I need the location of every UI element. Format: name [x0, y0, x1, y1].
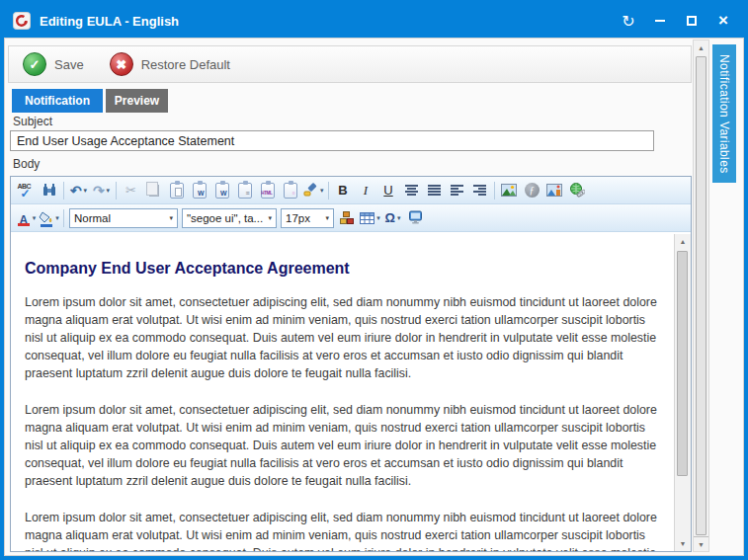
justify-icon: [427, 184, 442, 197]
paste-from-word-no-fonts-button[interactable]: W: [210, 180, 233, 201]
flash-icon: ƒ: [525, 183, 540, 198]
font-color-icon: A: [17, 210, 31, 226]
restore-default-button[interactable]: ✖ Restore Default: [110, 52, 230, 76]
table-caret-icon: ▾: [376, 214, 380, 222]
format-stripper-icon: [302, 183, 318, 198]
font-color-caret-icon: ▾: [33, 214, 37, 222]
minimize-icon[interactable]: [647, 9, 673, 33]
align-right-icon: [472, 184, 487, 197]
binoculars-icon: [42, 183, 57, 198]
image-icon: [501, 184, 517, 197]
flash-letter: ƒ: [530, 185, 535, 196]
paragraph-style-value: Normal: [74, 212, 111, 224]
font-color-button[interactable]: A ▾: [15, 207, 38, 229]
paste-html-button[interactable]: HTML: [256, 180, 279, 201]
paste-icon: [170, 183, 184, 199]
undo-button[interactable]: ↶ ▾: [67, 180, 90, 201]
paste-options-button[interactable]: ▫: [279, 180, 301, 201]
align-left-icon: [450, 184, 464, 197]
underline-icon: U: [383, 183, 392, 198]
redo-caret-icon: ▾: [107, 187, 111, 195]
format-stripper-button[interactable]: ▾: [301, 180, 325, 201]
subject-input[interactable]: [10, 130, 654, 151]
paste-options-icon: ▫: [284, 183, 297, 199]
content-paragraph: Lorem ipsum dolor sit amet, consectetuer…: [25, 509, 658, 551]
undo-caret-icon: ▾: [84, 187, 88, 195]
body-label: Body: [13, 157, 40, 171]
notification-variables-tab[interactable]: Notification Variables: [712, 44, 736, 183]
link-globe-icon: [569, 183, 585, 198]
insert-symbol-button[interactable]: Ω ▾: [381, 207, 404, 229]
editor-scrollbar-thumb[interactable]: [677, 251, 688, 476]
italic-icon: I: [364, 183, 368, 199]
editor-scrollbar[interactable]: ▲ ▼: [674, 234, 691, 551]
plain-text-lines: ≡: [245, 190, 249, 197]
paste-html-icon: HTML: [261, 183, 275, 199]
css-class-blocks-icon: [340, 211, 355, 225]
redo-icon: ↷: [93, 184, 105, 198]
paste-button[interactable]: [165, 180, 188, 201]
scroll-down-icon[interactable]: ▼: [675, 536, 691, 551]
paragraph-style-dropdown[interactable]: Normal ▾: [69, 208, 178, 228]
html-letters: HTML: [261, 190, 272, 197]
justify-button[interactable]: [423, 180, 446, 201]
underline-button[interactable]: U: [377, 180, 400, 201]
refresh-icon[interactable]: ↻: [616, 9, 641, 33]
align-center-icon: [404, 184, 419, 197]
toolbar-separator: [63, 182, 64, 200]
paste-plain-text-button[interactable]: ≡: [233, 180, 256, 201]
font-name-value: "segoe ui", ta...: [187, 212, 263, 224]
apply-css-class-button[interactable]: [336, 207, 359, 229]
image-manager-button[interactable]: [498, 180, 521, 201]
font-size-dropdown[interactable]: 17px ▾: [281, 208, 334, 228]
background-color-button[interactable]: ▾: [38, 207, 60, 229]
dialog-scroll-up-icon[interactable]: ▲: [694, 40, 708, 55]
background-color-bar: [41, 224, 52, 227]
dialog-scrollbar-thumb[interactable]: [696, 56, 706, 535]
scroll-up-icon[interactable]: ▲: [675, 234, 691, 249]
window-controls: ↻ ×: [616, 9, 736, 33]
paste-from-word-button[interactable]: W: [188, 180, 210, 201]
media-manager-button[interactable]: [543, 180, 566, 201]
tab-preview[interactable]: Preview: [106, 89, 168, 113]
dialog-scroll-down-icon[interactable]: ▼: [694, 536, 708, 551]
omega-icon: Ω: [385, 210, 395, 225]
document-manager-button[interactable]: [404, 207, 427, 229]
bold-icon: B: [338, 183, 347, 198]
tab-notification[interactable]: Notification: [12, 89, 103, 113]
hyperlink-manager-button[interactable]: [566, 180, 589, 201]
font-name-dropdown[interactable]: "segoe ui", ta... ▾: [182, 208, 277, 228]
scissors-icon: ✂: [125, 184, 136, 197]
redo-button[interactable]: ↷ ▾: [90, 180, 113, 201]
minimize-bar: [655, 20, 665, 22]
spellcheck-button[interactable]: ABC ✓: [15, 180, 38, 201]
maximize-icon[interactable]: [679, 9, 705, 33]
find-replace-button[interactable]: [38, 180, 60, 201]
paint-bucket-icon: [39, 211, 53, 224]
align-center-button[interactable]: [400, 180, 423, 201]
restore-default-label: Restore Default: [141, 57, 230, 72]
bold-button[interactable]: B: [332, 180, 355, 201]
save-label: Save: [54, 57, 84, 72]
action-toolbar: ✓ Save ✖ Restore Default: [8, 45, 692, 83]
dropdown-caret-icon: ▾: [321, 214, 329, 222]
insert-table-button[interactable]: ▾: [359, 207, 381, 229]
editor-toolbar-row-2: A ▾ ▾ Normal ▾: [11, 204, 691, 232]
close-icon[interactable]: ×: [710, 9, 736, 33]
font-size-value: 17px: [286, 212, 310, 224]
align-left-button[interactable]: [446, 180, 468, 201]
italic-button[interactable]: I: [355, 180, 377, 201]
word-letter: W: [220, 190, 227, 197]
editor-content[interactable]: Company End User Acceptance Agreement Lo…: [11, 234, 674, 551]
toolbar-separator: [328, 182, 329, 200]
copy-button[interactable]: [142, 180, 165, 201]
flash-manager-button[interactable]: ƒ: [521, 180, 543, 201]
content-paragraph: Lorem ipsum dolor sit amet, consectetuer…: [25, 401, 658, 490]
save-button[interactable]: ✓ Save: [23, 52, 84, 76]
restore-x-icon: ✖: [110, 52, 133, 76]
toolbar-separator: [494, 182, 495, 200]
toolbar-separator: [116, 182, 117, 200]
dialog-scrollbar[interactable]: ▲ ▼: [693, 40, 709, 552]
align-right-button[interactable]: [468, 180, 491, 201]
cut-button[interactable]: ✂: [120, 180, 142, 201]
